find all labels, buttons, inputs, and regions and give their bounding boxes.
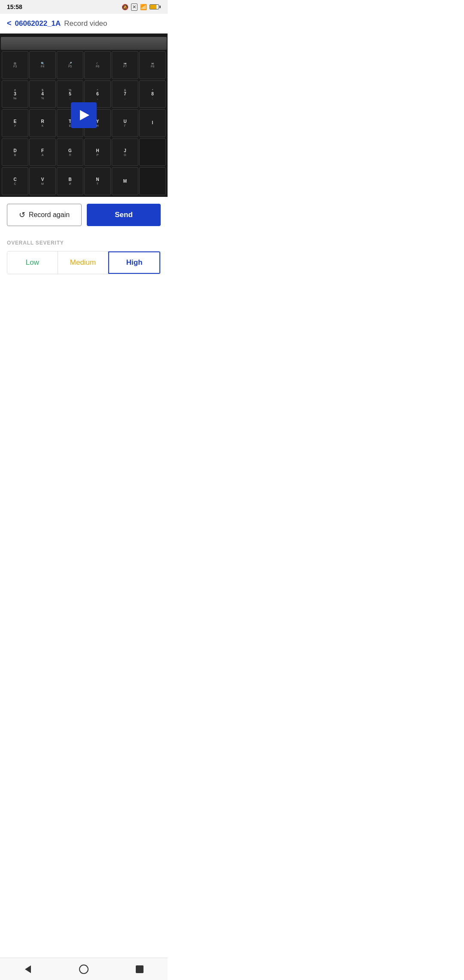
severity-options: Low Medium High [7, 251, 161, 274]
close-icon: ✕ [131, 3, 137, 11]
send-label: Send [115, 211, 133, 219]
severity-medium-label: Medium [70, 258, 96, 267]
status-icons: 🔕 ✕ 📶 [122, 3, 161, 11]
action-row: ↺ Record again Send [0, 197, 168, 233]
back-button[interactable]: < [7, 19, 12, 28]
severity-high-button[interactable]: High [108, 251, 160, 274]
page-title: Record video [64, 19, 107, 28]
battery-icon [150, 4, 161, 9]
record-again-button[interactable]: ↺ Record again [7, 204, 82, 226]
wifi-icon: 📶 [140, 4, 147, 10]
header: < 06062022_1A Record video [0, 14, 168, 34]
severity-section-label: OVERALL SEVERITY [7, 240, 161, 246]
play-icon [80, 110, 89, 120]
status-time: 15:58 [7, 3, 22, 10]
video-container: ⊞F3 🔍F4 🎤F5 ☾F6 ⏮F7 ⏯F8 #3№ $4% %5: ^6, … [0, 34, 168, 197]
severity-section: OVERALL SEVERITY Low Medium High [0, 233, 168, 274]
send-button[interactable]: Send [87, 204, 161, 226]
status-bar: 15:58 🔕 ✕ 📶 [0, 0, 168, 14]
severity-medium-button[interactable]: Medium [58, 251, 109, 274]
severity-low-button[interactable]: Low [7, 251, 58, 274]
file-title: 06062022_1A [15, 19, 61, 28]
mute-icon: 🔕 [122, 4, 128, 10]
play-button[interactable] [71, 102, 97, 128]
record-again-label: Record again [29, 211, 70, 219]
severity-low-label: Low [26, 258, 39, 267]
severity-high-label: High [126, 258, 143, 267]
refresh-icon: ↺ [19, 210, 25, 220]
